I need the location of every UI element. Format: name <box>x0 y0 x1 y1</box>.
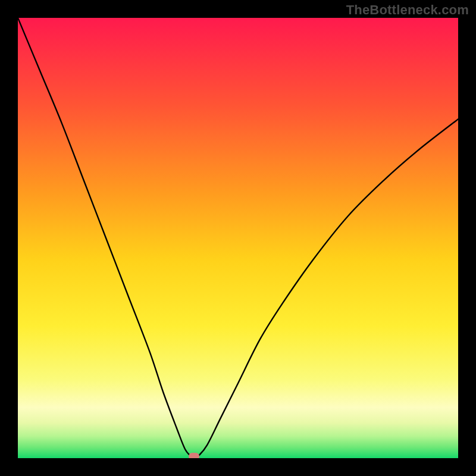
attribution-label: TheBottleneck.com <box>346 2 469 18</box>
optimal-marker <box>189 453 199 458</box>
chart-frame: TheBottleneck.com <box>0 0 476 476</box>
plot-area <box>18 18 458 458</box>
bottleneck-curve <box>18 18 458 458</box>
